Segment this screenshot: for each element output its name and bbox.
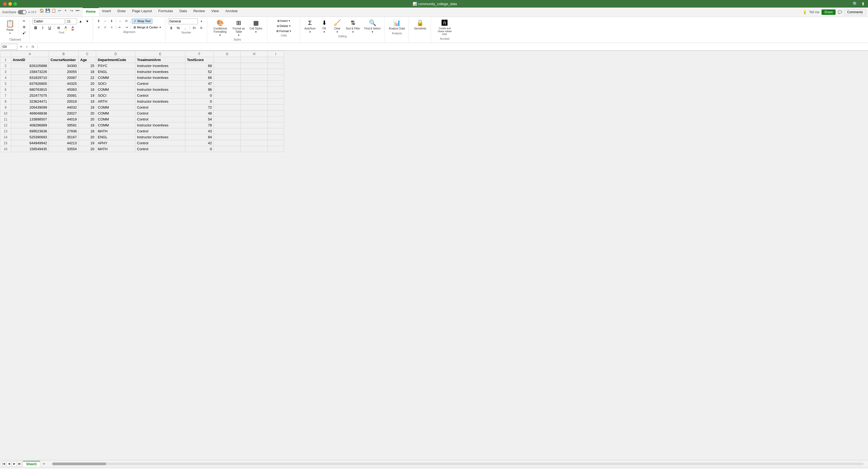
cell-C16[interactable]: 20 xyxy=(79,146,96,152)
cell-G1[interactable] xyxy=(214,57,241,63)
cell-G7[interactable] xyxy=(214,93,241,99)
cell-H7[interactable] xyxy=(241,93,268,99)
cell-D16[interactable]: MATH xyxy=(96,146,135,152)
undo-icon[interactable]: ↩ xyxy=(57,7,63,13)
cell-B3[interactable]: 20055 xyxy=(49,69,79,75)
share-button[interactable]: Share xyxy=(822,9,836,15)
more-icon[interactable]: ••• xyxy=(74,7,81,13)
cell-E6[interactable]: Instructor Incentives xyxy=(135,87,185,93)
redo-icon[interactable]: ↪ xyxy=(69,7,74,13)
col-header-B[interactable]: B xyxy=(49,51,79,57)
save-as-icon[interactable]: 📋 xyxy=(51,7,57,13)
align-center-button[interactable]: ≡ xyxy=(102,25,108,30)
cell-C9[interactable]: 18 xyxy=(79,104,96,111)
formula-function-button[interactable]: fx xyxy=(30,44,36,50)
cell-B12[interactable]: 39591 xyxy=(49,122,79,128)
cell-B11[interactable]: 44019 xyxy=(49,117,79,122)
cell-C12[interactable]: 18 xyxy=(79,122,96,128)
cell-A6[interactable]: 680763815 xyxy=(11,87,49,93)
col-header-D[interactable]: D xyxy=(96,51,135,57)
cell-C11[interactable]: 20 xyxy=(79,117,96,122)
cell-C1[interactable]: Age xyxy=(79,57,96,63)
cell-D5[interactable]: SOCI xyxy=(96,81,135,87)
cell-A11[interactable]: 133898507 xyxy=(11,117,49,122)
col-header-I[interactable]: I xyxy=(268,51,284,57)
sum-button[interactable]: Σ AutoSum ▼ xyxy=(303,19,317,34)
cell-F2[interactable]: 68 xyxy=(185,63,214,69)
cell-E7[interactable]: Control xyxy=(135,93,185,99)
bold-button[interactable]: B xyxy=(32,25,39,31)
row-num-4[interactable]: 4 xyxy=(0,75,11,81)
col-header-H[interactable]: H xyxy=(241,51,268,57)
indent-increase-button[interactable]: ⇥ xyxy=(124,25,129,30)
fullscreen-button[interactable] xyxy=(13,2,17,6)
row-num-14[interactable]: 14 xyxy=(0,134,11,140)
cell-B1[interactable]: CourseNumber xyxy=(49,57,79,63)
cell-E12[interactable]: Instructor Incentives xyxy=(135,122,185,128)
number-format-dropdown[interactable]: ▼ xyxy=(198,19,205,24)
cell-E1[interactable]: TreatmentArm xyxy=(135,57,185,63)
tab-review[interactable]: Review xyxy=(190,7,208,17)
sheet-add-button[interactable]: + xyxy=(41,461,47,467)
row-num-1[interactable]: 1 xyxy=(0,57,11,63)
cell-F14[interactable]: 84 xyxy=(185,134,214,140)
cell-H16[interactable] xyxy=(241,146,268,152)
cell-E10[interactable]: Control xyxy=(135,111,185,117)
row-num-11[interactable]: 11 xyxy=(0,117,11,122)
sort-filter-button[interactable]: ⇅ Sort & Filter ▼ xyxy=(344,19,362,34)
cell-I1[interactable] xyxy=(268,57,284,63)
cell-I2[interactable] xyxy=(268,63,284,69)
cell-I3[interactable] xyxy=(268,69,284,75)
comments-button[interactable]: Comments xyxy=(844,9,866,15)
sheet-nav-next[interactable]: ▶ xyxy=(12,462,17,466)
cell-I11[interactable] xyxy=(268,117,284,122)
format-as-table-button[interactable]: ⊞ Format as Table ▼ xyxy=(230,19,247,37)
cell-I15[interactable] xyxy=(268,140,284,146)
cell-F11[interactable]: 54 xyxy=(185,117,214,122)
cell-B4[interactable]: 20087 xyxy=(49,75,79,81)
grid-container[interactable]: A B C D E F G H I 1 AnonID CourseNumber xyxy=(0,51,868,460)
cell-F1[interactable]: TestScore xyxy=(185,57,214,63)
cell-E15[interactable]: Control xyxy=(135,140,185,146)
cell-I7[interactable] xyxy=(268,93,284,99)
cell-D1[interactable]: DepartmentCode xyxy=(96,57,135,63)
paste-button[interactable]: 📋 Paste ▼ xyxy=(3,19,17,36)
cell-A14[interactable]: 525390693 xyxy=(11,134,49,140)
wrap-text-button[interactable]: ⤦ Wrap Text xyxy=(132,19,152,24)
cell-G12[interactable] xyxy=(214,122,241,128)
cell-D12[interactable]: COMM xyxy=(96,122,135,128)
cell-H3[interactable] xyxy=(241,69,268,75)
cell-H12[interactable] xyxy=(241,122,268,128)
sensitivity-button[interactable]: 🔒 Sensitivity xyxy=(412,19,428,31)
cell-E3[interactable]: Instructor Incentives xyxy=(135,69,185,75)
home-nav-icon[interactable]: 🏠 xyxy=(39,7,45,13)
cell-A16[interactable]: 156549435 xyxy=(11,146,49,152)
cell-I6[interactable] xyxy=(268,87,284,93)
cell-H13[interactable] xyxy=(241,128,268,134)
cell-H6[interactable] xyxy=(241,87,268,93)
cell-F13[interactable]: 43 xyxy=(185,128,214,134)
cell-E4[interactable]: Instructor Incentives xyxy=(135,75,185,81)
col-header-F[interactable]: F xyxy=(185,51,214,57)
create-share-adobe-button[interactable]: 🅰 Create and Share Adobe PDF xyxy=(434,19,455,37)
col-header-C[interactable]: C xyxy=(79,51,96,57)
sheet-nav-last[interactable]: ▶| xyxy=(17,462,22,466)
border-button[interactable]: ⊞ xyxy=(55,25,62,31)
cell-B7[interactable]: 20081 xyxy=(49,93,79,99)
cell-A3[interactable]: 158473226 xyxy=(11,69,49,75)
cell-G2[interactable] xyxy=(214,63,241,69)
top-align-button[interactable]: ⬆ xyxy=(96,19,102,24)
row-num-15[interactable]: 15 xyxy=(0,140,11,146)
cell-A15[interactable]: 644949942 xyxy=(11,140,49,146)
cell-A2[interactable]: 826105888 xyxy=(11,63,49,69)
col-header-E[interactable]: E xyxy=(135,51,185,57)
cell-F8[interactable]: 0 xyxy=(185,99,214,104)
cell-B13[interactable]: 27936 xyxy=(49,128,79,134)
cell-H9[interactable] xyxy=(241,104,268,111)
cell-F5[interactable]: 47 xyxy=(185,81,214,87)
indent-decrease-button[interactable]: ⇤ xyxy=(117,25,123,30)
tab-acrobat[interactable]: Acrobat xyxy=(222,7,241,17)
row-num-3[interactable]: 3 xyxy=(0,69,11,75)
view-page-layout-button[interactable]: ▤ xyxy=(799,468,805,469)
cell-I5[interactable] xyxy=(268,81,284,87)
